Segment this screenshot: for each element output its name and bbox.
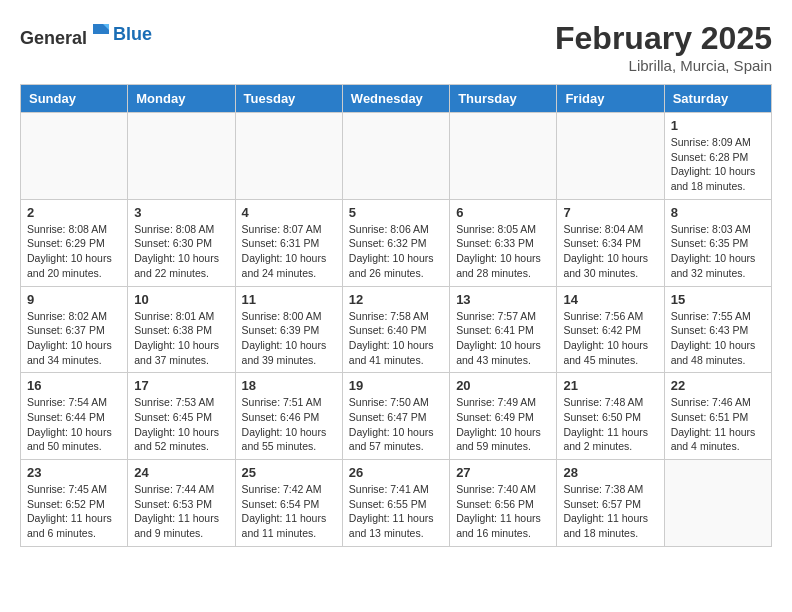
day-info: Sunrise: 7:48 AM Sunset: 6:50 PM Dayligh… bbox=[563, 395, 657, 454]
calendar-cell: 4Sunrise: 8:07 AM Sunset: 6:31 PM Daylig… bbox=[235, 199, 342, 286]
day-number: 12 bbox=[349, 292, 443, 307]
calendar-cell: 7Sunrise: 8:04 AM Sunset: 6:34 PM Daylig… bbox=[557, 199, 664, 286]
day-number: 15 bbox=[671, 292, 765, 307]
day-number: 27 bbox=[456, 465, 550, 480]
day-info: Sunrise: 7:45 AM Sunset: 6:52 PM Dayligh… bbox=[27, 482, 121, 541]
calendar-header-tuesday: Tuesday bbox=[235, 85, 342, 113]
calendar-cell bbox=[342, 113, 449, 200]
calendar-cell: 26Sunrise: 7:41 AM Sunset: 6:55 PM Dayli… bbox=[342, 460, 449, 547]
calendar-cell: 3Sunrise: 8:08 AM Sunset: 6:30 PM Daylig… bbox=[128, 199, 235, 286]
calendar-week-row: 23Sunrise: 7:45 AM Sunset: 6:52 PM Dayli… bbox=[21, 460, 772, 547]
day-number: 14 bbox=[563, 292, 657, 307]
calendar-week-row: 9Sunrise: 8:02 AM Sunset: 6:37 PM Daylig… bbox=[21, 286, 772, 373]
day-number: 19 bbox=[349, 378, 443, 393]
calendar-cell bbox=[450, 113, 557, 200]
calendar-cell: 27Sunrise: 7:40 AM Sunset: 6:56 PM Dayli… bbox=[450, 460, 557, 547]
day-info: Sunrise: 8:01 AM Sunset: 6:38 PM Dayligh… bbox=[134, 309, 228, 368]
day-number: 26 bbox=[349, 465, 443, 480]
day-info: Sunrise: 8:09 AM Sunset: 6:28 PM Dayligh… bbox=[671, 135, 765, 194]
day-number: 17 bbox=[134, 378, 228, 393]
day-number: 3 bbox=[134, 205, 228, 220]
logo: General Blue bbox=[20, 20, 152, 49]
day-number: 20 bbox=[456, 378, 550, 393]
day-number: 18 bbox=[242, 378, 336, 393]
calendar-cell: 14Sunrise: 7:56 AM Sunset: 6:42 PM Dayli… bbox=[557, 286, 664, 373]
day-info: Sunrise: 8:07 AM Sunset: 6:31 PM Dayligh… bbox=[242, 222, 336, 281]
calendar-cell: 11Sunrise: 8:00 AM Sunset: 6:39 PM Dayli… bbox=[235, 286, 342, 373]
calendar-header-saturday: Saturday bbox=[664, 85, 771, 113]
day-info: Sunrise: 8:04 AM Sunset: 6:34 PM Dayligh… bbox=[563, 222, 657, 281]
day-info: Sunrise: 7:54 AM Sunset: 6:44 PM Dayligh… bbox=[27, 395, 121, 454]
calendar-week-row: 1Sunrise: 8:09 AM Sunset: 6:28 PM Daylig… bbox=[21, 113, 772, 200]
day-number: 16 bbox=[27, 378, 121, 393]
day-number: 25 bbox=[242, 465, 336, 480]
calendar-cell: 5Sunrise: 8:06 AM Sunset: 6:32 PM Daylig… bbox=[342, 199, 449, 286]
day-number: 28 bbox=[563, 465, 657, 480]
day-number: 1 bbox=[671, 118, 765, 133]
day-number: 23 bbox=[27, 465, 121, 480]
calendar-header-friday: Friday bbox=[557, 85, 664, 113]
day-info: Sunrise: 7:46 AM Sunset: 6:51 PM Dayligh… bbox=[671, 395, 765, 454]
calendar-cell: 6Sunrise: 8:05 AM Sunset: 6:33 PM Daylig… bbox=[450, 199, 557, 286]
calendar-cell: 24Sunrise: 7:44 AM Sunset: 6:53 PM Dayli… bbox=[128, 460, 235, 547]
calendar-table: SundayMondayTuesdayWednesdayThursdayFrid… bbox=[20, 84, 772, 547]
day-info: Sunrise: 7:51 AM Sunset: 6:46 PM Dayligh… bbox=[242, 395, 336, 454]
calendar-cell: 10Sunrise: 8:01 AM Sunset: 6:38 PM Dayli… bbox=[128, 286, 235, 373]
calendar-cell bbox=[664, 460, 771, 547]
day-info: Sunrise: 8:05 AM Sunset: 6:33 PM Dayligh… bbox=[456, 222, 550, 281]
calendar-cell bbox=[235, 113, 342, 200]
day-info: Sunrise: 8:00 AM Sunset: 6:39 PM Dayligh… bbox=[242, 309, 336, 368]
day-info: Sunrise: 7:57 AM Sunset: 6:41 PM Dayligh… bbox=[456, 309, 550, 368]
day-info: Sunrise: 7:58 AM Sunset: 6:40 PM Dayligh… bbox=[349, 309, 443, 368]
month-title: February 2025 bbox=[555, 20, 772, 57]
day-number: 6 bbox=[456, 205, 550, 220]
day-info: Sunrise: 7:40 AM Sunset: 6:56 PM Dayligh… bbox=[456, 482, 550, 541]
page-header: General Blue February 2025 Librilla, Mur… bbox=[20, 20, 772, 74]
day-info: Sunrise: 7:42 AM Sunset: 6:54 PM Dayligh… bbox=[242, 482, 336, 541]
calendar-cell bbox=[21, 113, 128, 200]
calendar-cell: 13Sunrise: 7:57 AM Sunset: 6:41 PM Dayli… bbox=[450, 286, 557, 373]
calendar-cell: 16Sunrise: 7:54 AM Sunset: 6:44 PM Dayli… bbox=[21, 373, 128, 460]
day-info: Sunrise: 7:38 AM Sunset: 6:57 PM Dayligh… bbox=[563, 482, 657, 541]
day-number: 8 bbox=[671, 205, 765, 220]
day-number: 24 bbox=[134, 465, 228, 480]
calendar-cell: 28Sunrise: 7:38 AM Sunset: 6:57 PM Dayli… bbox=[557, 460, 664, 547]
calendar-cell bbox=[557, 113, 664, 200]
calendar-week-row: 2Sunrise: 8:08 AM Sunset: 6:29 PM Daylig… bbox=[21, 199, 772, 286]
day-number: 13 bbox=[456, 292, 550, 307]
calendar-cell bbox=[128, 113, 235, 200]
day-info: Sunrise: 8:06 AM Sunset: 6:32 PM Dayligh… bbox=[349, 222, 443, 281]
day-info: Sunrise: 7:44 AM Sunset: 6:53 PM Dayligh… bbox=[134, 482, 228, 541]
calendar-cell: 19Sunrise: 7:50 AM Sunset: 6:47 PM Dayli… bbox=[342, 373, 449, 460]
day-info: Sunrise: 7:53 AM Sunset: 6:45 PM Dayligh… bbox=[134, 395, 228, 454]
day-info: Sunrise: 7:50 AM Sunset: 6:47 PM Dayligh… bbox=[349, 395, 443, 454]
calendar-header-sunday: Sunday bbox=[21, 85, 128, 113]
calendar-cell: 2Sunrise: 8:08 AM Sunset: 6:29 PM Daylig… bbox=[21, 199, 128, 286]
calendar-cell: 9Sunrise: 8:02 AM Sunset: 6:37 PM Daylig… bbox=[21, 286, 128, 373]
calendar-header-wednesday: Wednesday bbox=[342, 85, 449, 113]
day-number: 4 bbox=[242, 205, 336, 220]
calendar-cell: 25Sunrise: 7:42 AM Sunset: 6:54 PM Dayli… bbox=[235, 460, 342, 547]
location-title: Librilla, Murcia, Spain bbox=[555, 57, 772, 74]
logo-text-blue: Blue bbox=[113, 24, 152, 45]
calendar-week-row: 16Sunrise: 7:54 AM Sunset: 6:44 PM Dayli… bbox=[21, 373, 772, 460]
calendar-cell: 1Sunrise: 8:09 AM Sunset: 6:28 PM Daylig… bbox=[664, 113, 771, 200]
calendar-cell: 22Sunrise: 7:46 AM Sunset: 6:51 PM Dayli… bbox=[664, 373, 771, 460]
calendar-cell: 18Sunrise: 7:51 AM Sunset: 6:46 PM Dayli… bbox=[235, 373, 342, 460]
calendar-header-monday: Monday bbox=[128, 85, 235, 113]
day-info: Sunrise: 8:02 AM Sunset: 6:37 PM Dayligh… bbox=[27, 309, 121, 368]
calendar-cell: 21Sunrise: 7:48 AM Sunset: 6:50 PM Dayli… bbox=[557, 373, 664, 460]
calendar-cell: 15Sunrise: 7:55 AM Sunset: 6:43 PM Dayli… bbox=[664, 286, 771, 373]
day-number: 11 bbox=[242, 292, 336, 307]
day-info: Sunrise: 8:08 AM Sunset: 6:30 PM Dayligh… bbox=[134, 222, 228, 281]
day-number: 7 bbox=[563, 205, 657, 220]
calendar-header-row: SundayMondayTuesdayWednesdayThursdayFrid… bbox=[21, 85, 772, 113]
day-number: 10 bbox=[134, 292, 228, 307]
logo-icon bbox=[89, 20, 113, 44]
day-info: Sunrise: 7:49 AM Sunset: 6:49 PM Dayligh… bbox=[456, 395, 550, 454]
day-info: Sunrise: 7:55 AM Sunset: 6:43 PM Dayligh… bbox=[671, 309, 765, 368]
day-number: 5 bbox=[349, 205, 443, 220]
day-info: Sunrise: 8:08 AM Sunset: 6:29 PM Dayligh… bbox=[27, 222, 121, 281]
logo-text-general: General bbox=[20, 28, 87, 48]
calendar-header-thursday: Thursday bbox=[450, 85, 557, 113]
